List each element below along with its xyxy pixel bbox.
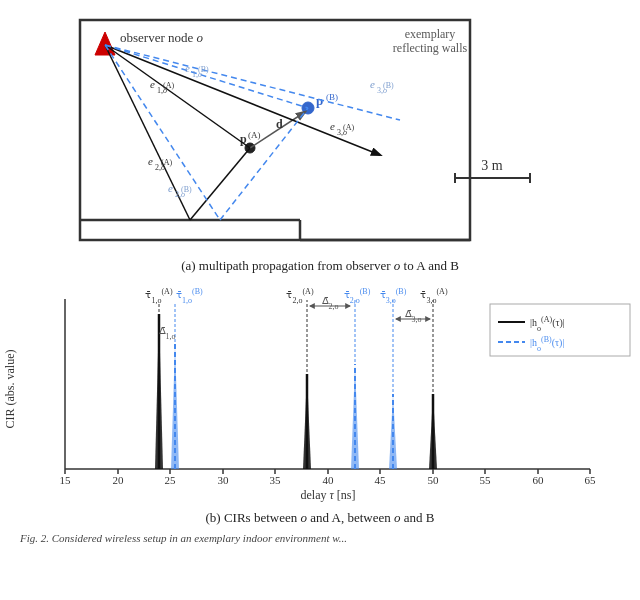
svg-text:e: e bbox=[185, 62, 190, 74]
svg-text:45: 45 bbox=[375, 474, 387, 486]
svg-text:(B): (B) bbox=[383, 81, 394, 90]
svg-text:(B): (B) bbox=[198, 65, 209, 74]
svg-text:35: 35 bbox=[270, 474, 282, 486]
svg-text:e: e bbox=[330, 120, 335, 132]
svg-text:55: 55 bbox=[480, 474, 492, 486]
svg-rect-0 bbox=[0, 0, 640, 280]
svg-text:65: 65 bbox=[585, 474, 597, 486]
svg-text:(a) multipath propagation from: (a) multipath propagation from observer … bbox=[181, 258, 459, 273]
svg-text:CIR (abs. value): CIR (abs. value) bbox=[3, 350, 17, 429]
bottom-chart: CIR (abs. value) 15 20 25 30 35 40 45 50… bbox=[0, 284, 640, 554]
svg-text:observer node o: observer node o bbox=[120, 30, 204, 45]
svg-text:(A): (A) bbox=[343, 123, 354, 132]
svg-rect-104 bbox=[490, 304, 630, 356]
svg-text:50: 50 bbox=[428, 474, 440, 486]
svg-text:(A): (A) bbox=[161, 158, 172, 167]
svg-text:(B): (B) bbox=[326, 92, 338, 102]
svg-text:reflecting walls: reflecting walls bbox=[393, 41, 468, 55]
svg-text:(A): (A) bbox=[163, 81, 174, 90]
top-diagram: exemplary reflecting walls 3 m observer … bbox=[0, 0, 640, 280]
svg-text:e: e bbox=[370, 78, 375, 90]
svg-text:(b) CIRs between o and A, betw: (b) CIRs between o and A, between o and … bbox=[206, 510, 435, 525]
svg-text:delay τ [ns]: delay τ [ns] bbox=[301, 488, 356, 502]
svg-text:25: 25 bbox=[165, 474, 177, 486]
svg-text:Fig. 2. Considered wireless se: Fig. 2. Considered wireless setup in an … bbox=[19, 532, 347, 544]
svg-text:60: 60 bbox=[533, 474, 545, 486]
svg-text:e: e bbox=[168, 182, 173, 194]
svg-text:3 m: 3 m bbox=[481, 158, 503, 173]
svg-text:20: 20 bbox=[113, 474, 125, 486]
svg-text:(A): (A) bbox=[248, 130, 261, 140]
page-container: exemplary reflecting walls 3 m observer … bbox=[0, 0, 640, 600]
svg-text:e: e bbox=[150, 78, 155, 90]
svg-text:d: d bbox=[276, 117, 283, 131]
svg-text:40: 40 bbox=[323, 474, 335, 486]
svg-text:(B): (B) bbox=[181, 185, 192, 194]
svg-text:e: e bbox=[148, 155, 153, 167]
svg-text:exemplary: exemplary bbox=[405, 27, 456, 41]
svg-text:15: 15 bbox=[60, 474, 72, 486]
svg-text:30: 30 bbox=[218, 474, 230, 486]
